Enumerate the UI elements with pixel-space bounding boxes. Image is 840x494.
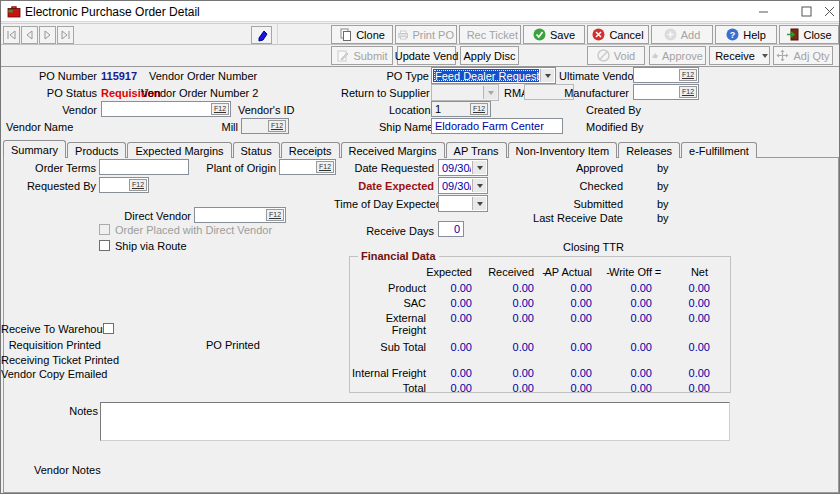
minimize-icon bbox=[758, 6, 769, 17]
next-record-button[interactable] bbox=[39, 26, 56, 44]
ship-name-input[interactable] bbox=[431, 118, 563, 134]
submitted-label: Submitted bbox=[521, 198, 623, 210]
financial-value: 0.00 bbox=[546, 367, 592, 379]
previous-record-button[interactable] bbox=[21, 26, 38, 44]
minimize-button[interactable] bbox=[748, 1, 778, 22]
help-button[interactable]: ? Help bbox=[715, 25, 777, 44]
location-f12-button[interactable]: F12 bbox=[470, 103, 488, 115]
date-expected-dropdown-icon[interactable] bbox=[472, 179, 486, 192]
update-vend-button[interactable]: Update Vend bbox=[397, 46, 456, 65]
po-number-value: 115917 bbox=[101, 70, 137, 82]
requested-by-f12-button[interactable]: F12 bbox=[129, 179, 147, 191]
tab-summary[interactable]: Summary bbox=[3, 140, 66, 158]
add-button[interactable]: Add bbox=[651, 25, 713, 44]
close-button[interactable]: Close bbox=[779, 25, 839, 44]
clone-label: Clone bbox=[356, 29, 385, 41]
print-po-button[interactable]: Print PO bbox=[395, 25, 457, 44]
approved-by-label: by bbox=[657, 162, 669, 174]
window-close-button[interactable] bbox=[817, 1, 840, 22]
financial-box: Financial Data Expected Received - AP Ac… bbox=[349, 256, 731, 393]
order-placed-label: Order Placed with Direct Vendor bbox=[115, 224, 272, 236]
time-of-day-expected-value bbox=[440, 197, 471, 210]
receiving-ticket-printed-label: Receiving Ticket Printed bbox=[1, 354, 101, 366]
po-status-label: PO Status bbox=[31, 87, 97, 99]
ship-via-route-checkbox[interactable] bbox=[99, 240, 110, 251]
vendor-f12-button[interactable]: F12 bbox=[211, 103, 229, 115]
tab-non-inventory-item[interactable]: Non-Inventory Item bbox=[508, 142, 618, 158]
receive-to-warehouse-checkbox[interactable] bbox=[103, 323, 114, 334]
location-label: Location bbox=[389, 104, 429, 116]
requisition-printed-label: Requisition Printed bbox=[1, 339, 101, 351]
date-requested-value: 09/30/22 bbox=[440, 161, 471, 174]
notes-textarea[interactable] bbox=[100, 402, 730, 441]
vendor-label: Vendor bbox=[47, 104, 97, 116]
tab-ap-trans[interactable]: AP Trans bbox=[446, 142, 507, 158]
time-of-day-dropdown-icon[interactable] bbox=[472, 197, 486, 210]
ultimate-vendor-label: Ultimate Vendor bbox=[559, 70, 629, 82]
receive-dropdown-caret-icon[interactable] bbox=[762, 54, 768, 58]
tab-expected-margins[interactable]: Expected Margins bbox=[127, 142, 231, 158]
po-type-dropdown-icon[interactable] bbox=[540, 69, 554, 82]
cancel-button[interactable]: Cancel bbox=[587, 25, 649, 44]
receive-button[interactable]: Receive bbox=[709, 46, 770, 65]
modified-by-label: Modified By bbox=[586, 121, 643, 133]
receive-to-warehouse-label: Receive To Warehouse bbox=[1, 323, 99, 335]
receive-days-input[interactable] bbox=[438, 221, 464, 237]
tab-e-fulfillment[interactable]: e-Fulfillment bbox=[681, 142, 757, 158]
svg-text:?: ? bbox=[730, 30, 736, 40]
return-to-supplier-select[interactable] bbox=[431, 84, 499, 101]
printer-icon bbox=[398, 29, 408, 41]
tab-receipts[interactable]: Receipts bbox=[281, 142, 340, 158]
blue-marker-button[interactable] bbox=[251, 26, 272, 44]
apply-disc-button[interactable]: Apply Disc bbox=[460, 46, 519, 65]
close-x-icon bbox=[824, 6, 835, 17]
vendor-notes-label: Vendor Notes bbox=[34, 464, 96, 476]
void-button[interactable]: Void bbox=[587, 46, 645, 65]
order-placed-checkbox bbox=[99, 224, 110, 235]
financial-value: 0.00 bbox=[488, 382, 534, 394]
mill-f12-button[interactable]: F12 bbox=[268, 120, 286, 132]
plant-of-origin-f12-button[interactable]: F12 bbox=[316, 161, 334, 173]
rec-ticket-label: Rec Ticket bbox=[467, 29, 518, 41]
tab-status[interactable]: Status bbox=[233, 142, 280, 158]
date-expected-select[interactable]: 09/30/22 bbox=[438, 177, 488, 194]
financial-value: 0.00 bbox=[664, 282, 710, 294]
approve-button[interactable]: Approve bbox=[649, 46, 706, 65]
close-label: Close bbox=[803, 29, 831, 41]
adj-qty-button[interactable]: Adj Qty bbox=[773, 46, 833, 65]
financial-value: 0.00 bbox=[606, 341, 652, 353]
submit-button[interactable]: Submit bbox=[331, 46, 393, 65]
receive-label: Receive bbox=[715, 50, 755, 62]
direct-vendor-label: Direct Vendor bbox=[116, 210, 191, 222]
tab-products[interactable]: Products bbox=[67, 142, 126, 158]
order-terms-input[interactable] bbox=[99, 159, 189, 175]
po-type-select[interactable]: Feed Dealer Request bbox=[431, 67, 556, 84]
tab-received-margins[interactable]: Received Margins bbox=[341, 142, 445, 158]
financial-row-label: Total bbox=[350, 382, 426, 394]
financial-row-label: Internal Freight bbox=[350, 367, 426, 379]
date-expected-label: Date Expected bbox=[334, 180, 434, 192]
save-button[interactable]: Save bbox=[523, 25, 585, 44]
manufacturer-f12-button[interactable]: F12 bbox=[679, 86, 697, 98]
financial-value: 0.00 bbox=[426, 312, 472, 324]
help-label: Help bbox=[743, 29, 766, 41]
time-of-day-expected-select[interactable] bbox=[438, 195, 488, 212]
rec-ticket-button[interactable]: Rec Ticket bbox=[459, 25, 521, 44]
tab-releases[interactable]: Releases bbox=[618, 142, 680, 158]
po-type-value: Feed Dealer Request bbox=[433, 69, 539, 82]
last-record-button[interactable] bbox=[57, 26, 74, 44]
copy-pages-icon bbox=[339, 28, 352, 41]
date-requested-dropdown-icon[interactable] bbox=[472, 161, 486, 174]
financial-value: 0.00 bbox=[664, 297, 710, 309]
plant-of-origin-label: Plant of Origin bbox=[201, 162, 276, 174]
vendor-order-number2-label: Vendor Order Number 2 bbox=[141, 87, 249, 99]
vendor-name-label: Vendor Name bbox=[6, 121, 73, 133]
clone-button[interactable]: Clone bbox=[331, 25, 393, 44]
print-po-label: Print PO bbox=[412, 29, 454, 41]
ultimate-vendor-f12-button[interactable]: F12 bbox=[679, 69, 697, 81]
cancel-label: Cancel bbox=[609, 29, 643, 41]
date-requested-select[interactable]: 09/30/22 bbox=[438, 159, 488, 176]
direct-vendor-f12-button[interactable]: F12 bbox=[266, 209, 284, 221]
checked-by-label: by bbox=[657, 180, 669, 192]
first-record-button[interactable] bbox=[3, 26, 20, 44]
